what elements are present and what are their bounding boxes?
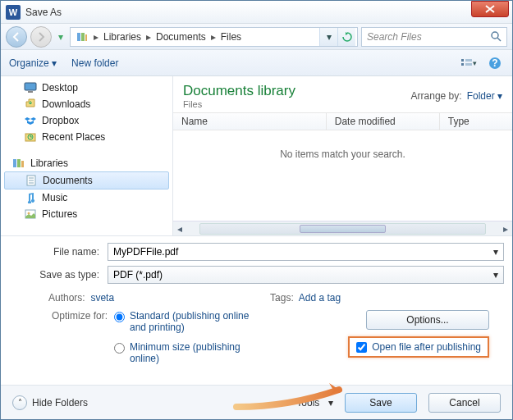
recent-icon — [24, 130, 37, 144]
col-name[interactable]: Name — [173, 113, 327, 130]
refresh-button[interactable] — [337, 28, 355, 46]
scroll-thumb[interactable] — [300, 225, 385, 233]
svg-rect-2 — [85, 34, 87, 41]
help-button[interactable]: ? — [486, 54, 504, 72]
organize-menu[interactable]: Organize ▾ — [9, 57, 57, 69]
hide-folders-button[interactable]: ˄ Hide Folders — [12, 395, 88, 410]
svg-line-4 — [497, 38, 501, 41]
radio-minimum[interactable]: Minimum size (publishing online) — [114, 341, 253, 364]
svg-point-3 — [492, 32, 498, 39]
open-after-checkbox[interactable]: Open file after publishing — [348, 336, 489, 358]
breadcrumb-arrow[interactable]: ▸ — [144, 31, 153, 43]
cancel-button[interactable]: Cancel — [428, 393, 501, 413]
document-icon — [25, 174, 38, 187]
save-as-dialog: W Save As ▾ ▸ Libraries ▸ Documents ▸ Fi… — [0, 0, 513, 420]
tree-desktop[interactable]: Desktop — [1, 80, 172, 96]
breadcrumb-files[interactable]: Files — [218, 31, 245, 43]
window-title: Save As — [25, 7, 62, 18]
column-headers: Name Date modified Type — [173, 112, 512, 130]
svg-rect-16 — [17, 159, 21, 167]
history-dropdown[interactable]: ▾ — [55, 26, 66, 48]
tree-libraries[interactable]: Libraries — [1, 155, 172, 171]
tree-dropbox[interactable]: Dropbox — [1, 112, 172, 129]
open-after-label: Open file after publishing — [372, 341, 481, 353]
music-icon — [24, 191, 37, 204]
pictures-icon — [24, 208, 37, 221]
view-icon — [460, 57, 473, 69]
filename-field[interactable] — [113, 246, 493, 258]
main-pane: Documents library Files Arrange by: Fold… — [173, 76, 512, 235]
svg-rect-8 — [465, 63, 472, 66]
save-button[interactable]: Save — [345, 393, 417, 413]
authors-value[interactable]: sveta — [90, 292, 114, 304]
filename-dropdown-icon[interactable]: ▾ — [493, 246, 498, 258]
desktop-icon — [24, 81, 37, 94]
nav-tree: Desktop Downloads Dropbox Recent Places … — [1, 76, 173, 235]
downloads-icon — [24, 98, 37, 111]
tree-downloads[interactable]: Downloads — [1, 96, 172, 112]
close-button[interactable] — [471, 1, 509, 17]
tree-recent[interactable]: Recent Places — [1, 129, 172, 145]
chevron-up-icon: ˄ — [12, 395, 27, 410]
optimize-label: Optimize for: — [48, 310, 108, 364]
back-button[interactable] — [6, 26, 27, 48]
tags-value[interactable]: Add a tag — [299, 292, 341, 304]
view-mode-button[interactable]: ▾ — [460, 54, 478, 72]
scroll-left-icon[interactable]: ◂ — [173, 223, 186, 235]
new-folder-button[interactable]: New folder — [71, 57, 118, 69]
col-date[interactable]: Date modified — [327, 113, 440, 130]
savetype-label: Save as type: — [9, 269, 108, 281]
savetype-dropdown-icon[interactable]: ▾ — [493, 269, 498, 281]
explorer-body: Desktop Downloads Dropbox Recent Places … — [1, 76, 512, 235]
library-subheading: Files — [183, 99, 295, 109]
tags-label: Tags: — [270, 292, 294, 304]
arrow-right-icon — [36, 32, 46, 42]
close-icon — [485, 5, 495, 13]
library-heading: Documents library — [183, 83, 295, 99]
svg-rect-17 — [21, 161, 24, 167]
form-area: File name: ▾ Save as type: PDF (*.pdf) ▾… — [1, 235, 512, 368]
library-header: Documents library Files Arrange by: Fold… — [173, 76, 512, 112]
arrange-dropdown[interactable]: Folder ▾ — [467, 90, 502, 102]
breadcrumb-documents[interactable]: Documents — [153, 31, 209, 43]
svg-rect-5 — [461, 59, 464, 62]
bottom-bar: ˄ Hide Folders Tools ▾ Save Cancel — [1, 385, 512, 419]
titlebar: W Save As — [1, 1, 512, 24]
filename-input[interactable]: ▾ — [108, 243, 504, 261]
tree-pictures[interactable]: Pictures — [1, 206, 172, 222]
scroll-right-icon[interactable]: ▸ — [499, 223, 512, 235]
search-input[interactable]: Search Files — [361, 27, 507, 47]
libraries-icon — [76, 30, 89, 43]
tree-music[interactable]: Music — [1, 189, 172, 206]
refresh-icon — [342, 32, 352, 42]
svg-rect-1 — [81, 33, 85, 41]
svg-rect-15 — [13, 159, 16, 167]
toolbar: Organize ▾ New folder ▾ ? — [1, 50, 512, 76]
nav-bar: ▾ ▸ Libraries ▸ Documents ▸ Files ▾ Sear… — [1, 24, 512, 50]
forward-button[interactable] — [30, 26, 52, 48]
svg-rect-12 — [28, 91, 33, 93]
breadcrumb-libraries[interactable]: Libraries — [100, 31, 144, 43]
col-type[interactable]: Type — [440, 113, 512, 130]
arrow-left-icon — [11, 32, 21, 42]
address-dropdown[interactable]: ▾ — [319, 28, 337, 46]
svg-rect-11 — [25, 83, 36, 90]
options-button[interactable]: Options... — [366, 310, 489, 330]
savetype-dropdown[interactable]: PDF (*.pdf) ▾ — [108, 266, 504, 284]
search-icon — [491, 31, 502, 42]
svg-rect-0 — [77, 33, 80, 41]
horizontal-scrollbar[interactable]: ◂ ▸ — [173, 221, 512, 235]
filename-label: File name: — [9, 246, 108, 258]
svg-rect-6 — [461, 63, 464, 66]
libraries-icon — [12, 157, 25, 170]
open-after-input[interactable] — [356, 342, 367, 353]
breadcrumb-arrow[interactable]: ▸ — [92, 31, 100, 43]
tools-menu[interactable]: Tools ▾ — [296, 397, 333, 409]
empty-message: No items match your search. — [173, 130, 512, 221]
breadcrumb-arrow[interactable]: ▸ — [209, 31, 218, 43]
address-bar[interactable]: ▸ Libraries ▸ Documents ▸ Files ▾ — [70, 27, 358, 47]
tree-documents[interactable]: Documents — [4, 171, 169, 189]
svg-rect-7 — [465, 59, 472, 62]
word-icon: W — [6, 5, 21, 20]
radio-standard[interactable]: Standard (publishing online and printing… — [114, 310, 253, 333]
